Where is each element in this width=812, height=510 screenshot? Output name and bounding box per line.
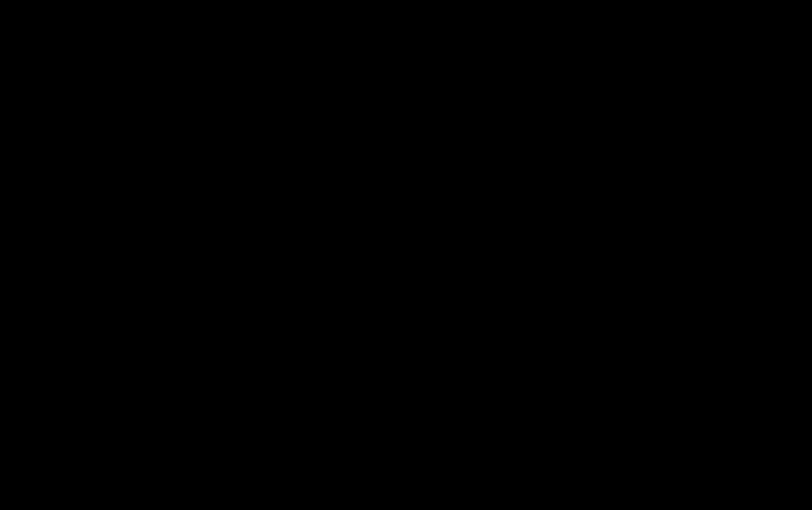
colorbar-canvas (770, 75, 782, 405)
axes-canvas (0, 0, 812, 510)
spectrogram-figure (0, 0, 812, 510)
